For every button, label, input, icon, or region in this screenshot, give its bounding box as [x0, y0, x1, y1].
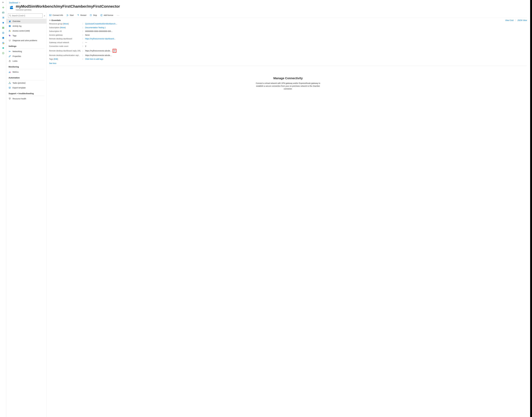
cmd-stop[interactable]: Stop	[90, 14, 97, 16]
nav-label: Activity log	[12, 25, 21, 27]
svg-rect-36	[10, 51, 10, 52]
svg-rect-15	[4, 28, 4, 29]
right-edge	[530, 0, 532, 417]
resource-groups-icon[interactable]	[2, 31, 5, 34]
tags-edit-link[interactable]: Edit	[54, 58, 57, 60]
cmd-start[interactable]: Start	[66, 14, 74, 16]
kv-label-tags: Tags (Edit)	[49, 58, 82, 60]
svg-rect-11	[3, 28, 3, 28]
tags-icon	[9, 34, 11, 37]
manage-body: Connect a virtual network with VPN gatew…	[252, 82, 324, 90]
globe-icon[interactable]	[2, 42, 5, 44]
nav-activity-log[interactable]: Activity log	[6, 24, 47, 29]
cmd-add-license[interactable]: Add license	[100, 14, 113, 16]
section-monitoring: Monitoring	[6, 63, 47, 69]
access-control-icon	[9, 30, 11, 32]
nav-access-control[interactable]: Access control (IAM)	[6, 29, 47, 33]
kv-value[interactable]: https://myfirstconnector-dashboard...	[85, 38, 527, 40]
diagnose-icon	[9, 39, 11, 42]
connector-icon	[9, 5, 14, 10]
nav-label: Tags	[12, 35, 17, 37]
svg-rect-43	[10, 83, 11, 84]
all-resources-icon[interactable]	[2, 26, 5, 29]
all-services-icon[interactable]	[2, 16, 5, 19]
essentials-toggle[interactable]: Essentials	[49, 19, 61, 21]
nav-label: Diagnose and solve problems	[12, 39, 37, 42]
kv-value: ---	[85, 42, 527, 43]
sql-icon[interactable]: SQL	[2, 37, 5, 39]
kv-label: Remote desktop dashboard reply URL	[49, 50, 82, 52]
networking-icon	[9, 50, 11, 53]
svg-text:$: $	[3, 52, 3, 54]
cmd-restart[interactable]: Restart	[77, 14, 86, 16]
export-template-icon	[9, 87, 11, 89]
svg-rect-6	[3, 18, 4, 18]
see-less-link[interactable]: See less	[49, 61, 56, 65]
chevron-up-icon	[49, 20, 51, 21]
cost-icon[interactable]: $	[2, 52, 5, 54]
kv-value: None	[85, 34, 527, 36]
move-link[interactable]: Move	[63, 23, 68, 25]
storage-icon[interactable]	[2, 47, 5, 49]
nav-export-template[interactable]: Export template	[6, 85, 47, 90]
kv-label: Remote desktop authentication repl...	[49, 54, 82, 56]
manage-title: Manage Connectivity	[252, 76, 324, 80]
svg-point-32	[10, 31, 11, 31]
svg-rect-45	[49, 14, 51, 16]
cmd-more[interactable]: ···	[117, 14, 120, 16]
menu-search[interactable]	[8, 13, 43, 18]
svg-point-27	[9, 21, 10, 21]
collapse-menu-button[interactable]: «	[44, 15, 45, 17]
locks-icon	[9, 60, 11, 62]
nav-label: Properties	[12, 55, 21, 57]
favorites-icon[interactable]	[2, 21, 5, 24]
svg-rect-49	[114, 50, 115, 52]
svg-rect-12	[4, 28, 4, 28]
kv-value[interactable]: QuickstartCreateModSimWorkbench...	[85, 23, 527, 25]
nav-label: Metrics	[12, 71, 19, 73]
svg-rect-2	[3, 17, 4, 17]
add-license-icon	[100, 14, 102, 16]
start-icon	[66, 14, 69, 16]
menu-search-input[interactable]	[12, 15, 41, 17]
kv-value[interactable]: Documentation Testing 1	[85, 26, 527, 29]
tags-add-link[interactable]: Click here to add tags	[85, 58, 527, 60]
nav-tasks[interactable]: Tasks (preview)	[6, 81, 47, 85]
nav-tags[interactable]: Tags	[6, 33, 47, 38]
svg-rect-29	[9, 21, 10, 22]
kv-label: Subscription (Move)	[49, 26, 82, 29]
breadcrumb-item[interactable]: Dashboard	[9, 2, 18, 4]
content-pane: Connect info Start Restart Stop	[47, 12, 530, 417]
cmd-connect-info[interactable]: Connect info	[49, 14, 63, 16]
nav-networking[interactable]: Networking	[6, 49, 47, 54]
nav-overview[interactable]: Overview	[6, 19, 47, 24]
svg-point-23	[10, 6, 11, 8]
expand-rail-icon[interactable]	[2, 1, 5, 4]
move-link[interactable]: Move	[61, 26, 65, 29]
command-bar: Connect info Start Restart Stop	[49, 13, 527, 18]
svg-point-34	[10, 41, 10, 42]
search-icon	[9, 15, 11, 17]
breadcrumb[interactable]: Dashboard	[6, 0, 530, 4]
svg-rect-35	[9, 51, 10, 52]
kv-label: Subscription ID	[49, 30, 82, 32]
nav-label: Export template	[12, 87, 26, 89]
nav-metrics[interactable]: Metrics	[6, 70, 47, 74]
nav-locks[interactable]: Locks	[6, 59, 47, 63]
dashboard-icon[interactable]	[2, 11, 5, 14]
resource-menu: « Overview Activity log Access control (…	[6, 12, 47, 417]
nav-diagnose[interactable]: Diagnose and solve problems	[6, 38, 47, 43]
create-resource-icon[interactable]	[2, 6, 5, 9]
page-title: myModSimWorkbench/myFirstChamber/myFirst…	[16, 4, 120, 9]
svg-rect-8	[3, 27, 3, 27]
kv-label: Connection node count	[49, 45, 82, 47]
nav-resource-health[interactable]: Resource health	[6, 96, 47, 101]
svg-rect-10	[2, 28, 3, 28]
svg-point-5	[2, 18, 3, 18]
svg-rect-7	[2, 27, 3, 27]
json-view-link[interactable]: JSON View	[517, 19, 527, 21]
nav-properties[interactable]: Properties	[6, 54, 47, 59]
view-cost-link[interactable]: View Cost	[505, 19, 514, 21]
copy-button[interactable]	[113, 49, 116, 53]
nav-label: Networking	[12, 50, 22, 52]
